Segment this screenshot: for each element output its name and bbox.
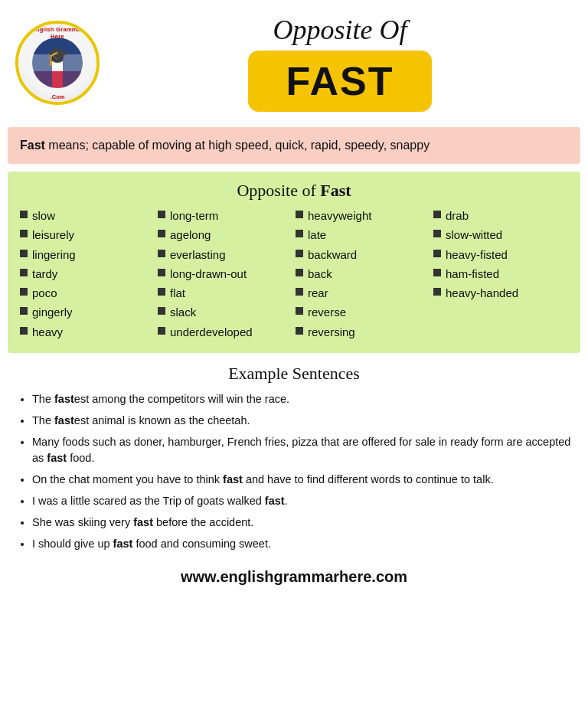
- list-item: reversing: [296, 325, 430, 340]
- page-header: English GrammarHere 🎓 .Com Opposite Of F…: [0, 0, 588, 119]
- list-item: back: [296, 266, 430, 282]
- list-item: I should give up fast food and consuming…: [32, 536, 573, 552]
- bullet-icon: [296, 211, 303, 218]
- list-item: rear: [296, 286, 430, 301]
- list-item: backward: [296, 247, 430, 263]
- logo-inner: English GrammarHere 🎓 .Com: [18, 24, 96, 102]
- bullet-icon: [296, 250, 303, 257]
- list-item: slack: [158, 305, 292, 320]
- list-item: leisurely: [20, 227, 155, 243]
- bullet-icon: [296, 230, 303, 237]
- examples-section: Example Sentences The fastest among the …: [0, 353, 588, 562]
- bold-word: fast: [223, 473, 243, 485]
- bullet-icon: [20, 211, 28, 218]
- opposites-grid: slow leisurely lingering tardy poco ging…: [20, 208, 568, 344]
- list-item: heavy-fisted: [433, 247, 568, 263]
- list-item: drab: [433, 208, 568, 224]
- bold-word: fast: [265, 495, 285, 507]
- bullet-icon: [433, 269, 441, 276]
- list-item: On the chat moment you have to think fas…: [32, 472, 573, 488]
- bold-word: fast: [47, 452, 67, 464]
- word-badge: FAST: [248, 51, 433, 112]
- opposites-col-4: drab slow-witted heavy-fisted ham-fisted…: [433, 208, 568, 344]
- bullet-icon: [433, 230, 441, 237]
- bullet-icon: [296, 307, 303, 315]
- bullet-icon: [296, 327, 303, 335]
- bold-word: fast: [54, 393, 74, 405]
- bullet-icon: [158, 269, 165, 276]
- bullet-icon: [158, 211, 165, 218]
- bullet-icon: [20, 230, 28, 237]
- list-item: slow: [20, 208, 155, 224]
- opposite-of-label: Opposite Of: [115, 14, 565, 46]
- bold-word: fast: [133, 516, 153, 528]
- list-item: gingerly: [20, 305, 155, 320]
- list-item: everlasting: [158, 247, 292, 263]
- bullet-icon: [20, 288, 28, 296]
- list-item: lingering: [20, 247, 155, 263]
- list-item: late: [296, 227, 430, 243]
- footer-url: www.englishgrammarhere.com: [181, 568, 407, 585]
- opposites-title-bold: Fast: [320, 181, 351, 200]
- bullet-icon: [296, 288, 303, 296]
- bullet-icon: [20, 269, 28, 276]
- list-item: Many foods such as doner, hamburger, Fre…: [32, 434, 573, 466]
- opposites-col-2: long-term agelong everlasting long-drawn…: [158, 208, 292, 344]
- word-badge-text: FAST: [286, 59, 394, 103]
- logo-hat-icon: 🎓: [46, 45, 69, 67]
- examples-title: Example Sentences: [15, 364, 573, 384]
- list-item: ham-fisted: [433, 266, 568, 282]
- title-area: Opposite Of FAST: [115, 14, 565, 112]
- definition-word: Fast: [20, 139, 45, 152]
- definition-text: means; capable of moving at high speed, …: [45, 139, 430, 152]
- opposites-title-plain: Opposite of: [237, 181, 320, 200]
- definition-box: Fast means; capable of moving at high sp…: [8, 127, 580, 164]
- bullet-icon: [433, 211, 441, 218]
- list-item: long-term: [158, 208, 292, 224]
- list-item: heavyweight: [296, 208, 430, 224]
- list-item: heavy: [20, 325, 155, 340]
- list-item: long-drawn-out: [158, 266, 292, 282]
- list-item: slow-witted: [433, 227, 568, 243]
- list-item: heavy-handed: [433, 286, 568, 301]
- list-item: I was a little scared as the Trip of goa…: [32, 493, 573, 509]
- footer: www.englishgrammarhere.com: [0, 562, 588, 597]
- list-item: underdeveloped: [158, 325, 292, 340]
- bullet-icon: [158, 250, 165, 257]
- bold-word: fast: [54, 414, 74, 427]
- opposites-title: Opposite of Fast: [20, 181, 568, 201]
- list-item: agelong: [158, 227, 292, 243]
- examples-list: The fastest among the competitors will w…: [15, 391, 573, 552]
- bullet-icon: [20, 250, 28, 257]
- site-logo: English GrammarHere 🎓 .Com: [15, 21, 100, 105]
- bullet-icon: [20, 307, 28, 315]
- list-item: She was skiing very fast before the acci…: [32, 515, 573, 531]
- list-item: The fastest among the competitors will w…: [32, 391, 573, 407]
- bullet-icon: [158, 288, 165, 296]
- bullet-icon: [296, 269, 303, 276]
- list-item: The fastest animal is known as the cheet…: [32, 413, 573, 429]
- list-item: flat: [158, 286, 292, 301]
- bullet-icon: [158, 230, 165, 237]
- opposites-col-1: slow leisurely lingering tardy poco ging…: [20, 208, 155, 344]
- opposites-box: Opposite of Fast slow leisurely lingerin…: [8, 172, 580, 353]
- bullet-icon: [433, 288, 441, 296]
- logo-bottom-text: .Com: [18, 93, 96, 100]
- opposites-col-3: heavyweight late backward back rear reve…: [296, 208, 430, 344]
- bullet-icon: [20, 327, 28, 335]
- list-item: reverse: [296, 305, 430, 320]
- bullet-icon: [433, 250, 441, 257]
- list-item: tardy: [20, 266, 155, 282]
- list-item: poco: [20, 286, 155, 301]
- bullet-icon: [158, 327, 165, 335]
- bullet-icon: [158, 307, 165, 315]
- bold-word: fast: [113, 538, 133, 550]
- logo-top-text: English GrammarHere: [18, 24, 96, 40]
